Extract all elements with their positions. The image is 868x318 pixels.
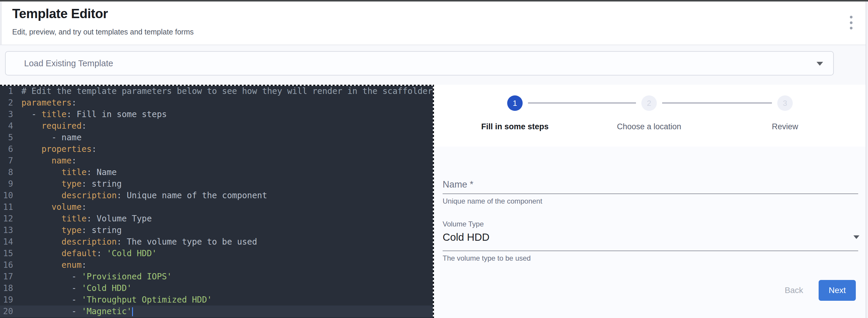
line-number: 17 bbox=[0, 271, 13, 282]
code-line[interactable]: 15 default: 'Cold HDD' bbox=[0, 248, 434, 259]
code-text: - 'Provisioned IOPS' bbox=[22, 271, 172, 282]
code-text: default: 'Cold HDD' bbox=[22, 248, 157, 259]
line-number: 2 bbox=[0, 97, 13, 108]
line-number: 13 bbox=[0, 224, 13, 236]
code-lines: 1# Edit the template parameters below to… bbox=[0, 85, 434, 317]
line-number: 18 bbox=[0, 282, 13, 294]
code-line[interactable]: 4 required: bbox=[0, 120, 434, 132]
yaml-code-editor[interactable]: 1# Edit the template parameters below to… bbox=[0, 85, 434, 318]
code-text: description: Unique name of the componen… bbox=[22, 189, 267, 201]
code-line[interactable]: 3 - title: Fill in some steps bbox=[0, 108, 434, 120]
name-input-label: Name * bbox=[443, 179, 473, 190]
code-text: description: The volume type to be used bbox=[22, 236, 257, 248]
line-number: 6 bbox=[0, 143, 13, 155]
code-line[interactable]: 19 - 'Throughput Optimized HDD' bbox=[0, 294, 434, 306]
name-input-underline bbox=[443, 193, 858, 194]
code-text: - title: Fill in some steps bbox=[22, 108, 167, 120]
name-helper-text: Unique name of the component bbox=[443, 197, 542, 205]
chevron-down-icon bbox=[816, 62, 823, 66]
code-line[interactable]: 6 properties: bbox=[0, 143, 434, 155]
line-number: 16 bbox=[0, 259, 13, 271]
code-line[interactable]: 2parameters: bbox=[0, 97, 434, 108]
line-number: 11 bbox=[0, 201, 13, 213]
stepper: 1 2 3 Fill in some steps Choose a locati… bbox=[434, 85, 866, 146]
volume-select-underline bbox=[443, 251, 858, 251]
code-line[interactable]: 11 volume: bbox=[0, 201, 434, 213]
volume-type-value: Cold HDD bbox=[443, 231, 490, 243]
code-text: required: bbox=[22, 120, 87, 132]
more-options-button[interactable] bbox=[846, 16, 856, 29]
code-text: - 'Throughput Optimized HDD' bbox=[22, 294, 212, 306]
code-text: title: Name bbox=[22, 167, 117, 178]
code-line[interactable]: 7 name: bbox=[0, 155, 434, 167]
step-1-label: Fill in some steps bbox=[453, 122, 578, 131]
line-number: 9 bbox=[0, 178, 13, 189]
code-line[interactable]: 12 title: Volume Type bbox=[0, 213, 434, 224]
step-2-indicator: 2 bbox=[641, 96, 657, 111]
stepper-connector bbox=[662, 103, 772, 103]
line-number: 10 bbox=[0, 189, 13, 201]
kebab-dot bbox=[850, 22, 852, 24]
kebab-dot bbox=[850, 16, 852, 19]
code-line[interactable]: 20 - 'Magnetic' bbox=[0, 306, 434, 317]
code-text: - 'Magnetic' bbox=[22, 306, 133, 317]
page-title: Template Editor bbox=[12, 6, 108, 21]
line-number: 12 bbox=[0, 213, 13, 224]
line-number: 8 bbox=[0, 167, 13, 178]
code-line[interactable]: 10 description: Unique name of the compo… bbox=[0, 189, 434, 201]
code-line[interactable]: 16 enum: bbox=[0, 259, 434, 271]
step-2-label: Choose a location bbox=[587, 122, 712, 131]
line-number: 15 bbox=[0, 248, 13, 259]
code-text: type: string bbox=[22, 224, 122, 236]
step-1-indicator: 1 bbox=[507, 96, 523, 111]
code-text: type: string bbox=[22, 178, 122, 189]
code-line[interactable]: 5 - name bbox=[0, 132, 434, 143]
load-template-placeholder: Load Existing Template bbox=[24, 59, 113, 68]
code-line[interactable]: 8 title: Name bbox=[0, 167, 434, 178]
code-text: volume: bbox=[22, 201, 87, 213]
code-text: # Edit the template parameters below to … bbox=[22, 85, 433, 97]
code-line[interactable]: 1# Edit the template parameters below to… bbox=[0, 85, 434, 97]
volume-type-select[interactable]: Volume Type Cold HDD bbox=[443, 220, 858, 251]
code-line[interactable]: 14 description: The volume type to be us… bbox=[0, 236, 434, 248]
code-text: - 'Cold HDD' bbox=[22, 282, 132, 294]
code-line[interactable]: 9 type: string bbox=[0, 178, 434, 189]
code-text: enum: bbox=[22, 259, 87, 271]
code-text: properties: bbox=[22, 143, 97, 155]
back-button[interactable]: Back bbox=[770, 281, 818, 300]
scrollbar[interactable] bbox=[866, 1, 868, 318]
volume-type-label: Volume Type bbox=[443, 220, 484, 228]
template-preview-panel: 1 2 3 Fill in some steps Choose a locati… bbox=[434, 85, 866, 318]
next-button[interactable]: Next bbox=[818, 280, 856, 301]
code-line[interactable]: 13 type: string bbox=[0, 224, 434, 236]
page-header: Template Editor Edit, preview, and try o… bbox=[2, 1, 866, 45]
stepper-connector bbox=[528, 103, 636, 103]
kebab-dot bbox=[850, 27, 852, 29]
code-text: title: Volume Type bbox=[22, 213, 152, 224]
step-3-indicator: 3 bbox=[777, 96, 793, 111]
line-number: 7 bbox=[0, 155, 13, 167]
line-number: 20 bbox=[0, 306, 13, 317]
chevron-down-icon bbox=[854, 235, 859, 239]
text-cursor bbox=[132, 307, 133, 316]
template-selector-row: Load Existing Template bbox=[0, 45, 868, 85]
step-3-label: Review bbox=[722, 122, 847, 131]
line-number: 5 bbox=[0, 132, 13, 143]
code-line[interactable]: 18 - 'Cold HDD' bbox=[0, 282, 434, 294]
line-number: 4 bbox=[0, 120, 13, 132]
code-text: - name bbox=[22, 132, 82, 143]
line-number: 14 bbox=[0, 236, 13, 248]
volume-helper-text: The volume type to be used bbox=[443, 254, 531, 262]
page-subtitle: Edit, preview, and try out templates and… bbox=[12, 28, 194, 36]
line-number: 3 bbox=[0, 108, 13, 120]
line-number: 1 bbox=[0, 85, 13, 97]
load-template-select[interactable]: Load Existing Template bbox=[5, 51, 834, 75]
line-number: 19 bbox=[0, 294, 13, 306]
code-text: name: bbox=[22, 155, 76, 167]
code-text: parameters: bbox=[22, 97, 76, 108]
code-line[interactable]: 17 - 'Provisioned IOPS' bbox=[0, 271, 434, 282]
